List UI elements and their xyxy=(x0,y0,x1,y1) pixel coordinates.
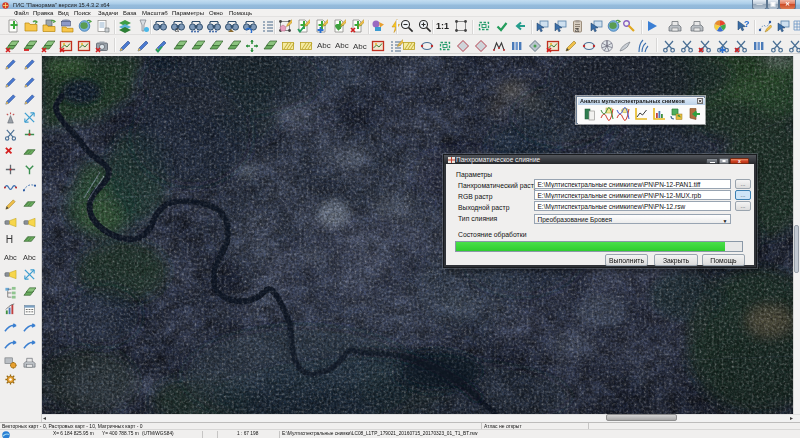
svg-text:a: a xyxy=(575,26,579,33)
svg-text:a: a xyxy=(175,26,179,33)
